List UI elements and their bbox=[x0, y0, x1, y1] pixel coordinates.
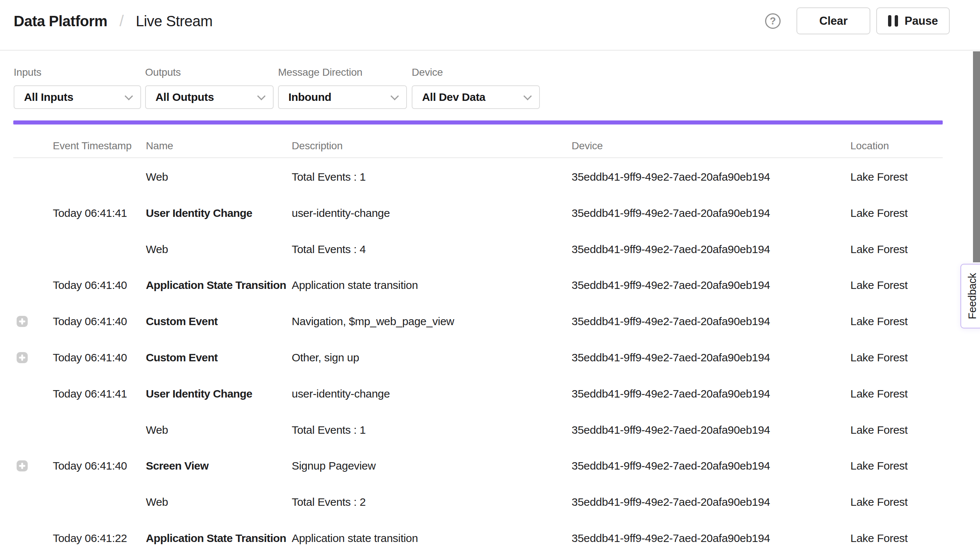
table-row[interactable]: Today 06:41:40 Application State Transit… bbox=[0, 267, 980, 303]
live-stream-page: Data Platform / Live Stream ? Clear Paus… bbox=[0, 0, 980, 549]
cell-description: Total Events : 4 bbox=[292, 243, 366, 256]
table-row[interactable]: Today 06:41:41 User Identity Change user… bbox=[0, 376, 980, 412]
cell-event-timestamp: Today 06:41:22 bbox=[53, 532, 127, 544]
cell-device: 35eddb41-9ff9-49e2-7aed-20afa90eb194 bbox=[572, 171, 770, 183]
cell-name: Screen View bbox=[146, 460, 208, 472]
cell-name: Application State Transition bbox=[146, 532, 286, 544]
cell-description: Total Events : 1 bbox=[292, 171, 366, 183]
cell-description: user-identity-change bbox=[292, 207, 390, 219]
cell-location: Lake Forest bbox=[850, 532, 908, 544]
cell-name: User Identity Change bbox=[146, 207, 252, 219]
table-row[interactable]: Web Total Events : 4 35eddb41-9ff9-49e2-… bbox=[0, 231, 980, 268]
cell-description: Total Events : 1 bbox=[292, 424, 366, 436]
cell-description: Application state transition bbox=[292, 532, 418, 544]
cell-event-timestamp: Today 06:41:40 bbox=[53, 279, 127, 292]
expand-plus-icon[interactable] bbox=[17, 316, 28, 327]
cell-description: Navigation, $mp_web_page_view bbox=[292, 315, 454, 328]
cell-location: Lake Forest bbox=[850, 496, 908, 508]
cell-name: Application State Transition bbox=[146, 279, 286, 292]
cell-name: Web bbox=[146, 171, 168, 183]
cell-location: Lake Forest bbox=[850, 243, 908, 256]
cell-device: 35eddb41-9ff9-49e2-7aed-20afa90eb194 bbox=[572, 207, 770, 219]
cell-description: user-identity-change bbox=[292, 388, 390, 400]
cell-device: 35eddb41-9ff9-49e2-7aed-20afa90eb194 bbox=[572, 279, 770, 292]
cell-location: Lake Forest bbox=[850, 388, 908, 400]
cell-description: Other, sign up bbox=[292, 351, 359, 364]
cell-device: 35eddb41-9ff9-49e2-7aed-20afa90eb194 bbox=[572, 532, 770, 544]
cell-description: Application state transition bbox=[292, 279, 418, 292]
cell-location: Lake Forest bbox=[850, 351, 908, 364]
cell-device: 35eddb41-9ff9-49e2-7aed-20afa90eb194 bbox=[572, 315, 770, 328]
vertical-scrollbar[interactable] bbox=[973, 51, 980, 262]
cell-location: Lake Forest bbox=[850, 424, 908, 436]
cell-description: Signup Pageview bbox=[292, 460, 375, 472]
table-row[interactable]: Today 06:41:40 Screen View Signup Pagevi… bbox=[0, 448, 980, 484]
cell-device: 35eddb41-9ff9-49e2-7aed-20afa90eb194 bbox=[572, 388, 770, 400]
table-row[interactable]: Today 06:41:41 User Identity Change user… bbox=[0, 195, 980, 231]
cell-device: 35eddb41-9ff9-49e2-7aed-20afa90eb194 bbox=[572, 460, 770, 472]
cell-name: Web bbox=[146, 496, 168, 508]
cell-device: 35eddb41-9ff9-49e2-7aed-20afa90eb194 bbox=[572, 351, 770, 364]
cell-name: Custom Event bbox=[146, 315, 218, 328]
table-row[interactable]: Web Total Events : 2 35eddb41-9ff9-49e2-… bbox=[0, 484, 980, 520]
feedback-tab[interactable]: Feedback bbox=[961, 264, 980, 329]
expand-plus-icon[interactable] bbox=[17, 352, 28, 363]
cell-location: Lake Forest bbox=[850, 279, 908, 292]
cell-event-timestamp: Today 06:41:40 bbox=[53, 351, 127, 364]
table-row[interactable]: Web Total Events : 1 35eddb41-9ff9-49e2-… bbox=[0, 159, 980, 195]
cell-device: 35eddb41-9ff9-49e2-7aed-20afa90eb194 bbox=[572, 496, 770, 508]
cell-event-timestamp: Today 06:41:41 bbox=[53, 207, 127, 219]
table-row[interactable]: Today 06:41:40 Custom Event Other, sign … bbox=[0, 340, 980, 376]
table-row[interactable]: Today 06:41:22 Application State Transit… bbox=[0, 520, 980, 549]
event-table-body: Web Total Events : 1 35eddb41-9ff9-49e2-… bbox=[0, 0, 980, 549]
cell-location: Lake Forest bbox=[850, 315, 908, 328]
table-row[interactable]: Today 06:41:40 Custom Event Navigation, … bbox=[0, 303, 980, 340]
table-row[interactable]: Web Total Events : 1 35eddb41-9ff9-49e2-… bbox=[0, 412, 980, 448]
cell-name: User Identity Change bbox=[146, 388, 252, 400]
cell-device: 35eddb41-9ff9-49e2-7aed-20afa90eb194 bbox=[572, 424, 770, 436]
cell-name: Web bbox=[146, 243, 168, 256]
cell-name: Web bbox=[146, 424, 168, 436]
cell-location: Lake Forest bbox=[850, 207, 908, 219]
cell-event-timestamp: Today 06:41:40 bbox=[53, 460, 127, 472]
cell-event-timestamp: Today 06:41:40 bbox=[53, 315, 127, 328]
cell-description: Total Events : 2 bbox=[292, 496, 366, 508]
cell-location: Lake Forest bbox=[850, 460, 908, 472]
feedback-tab-label: Feedback bbox=[966, 273, 978, 319]
cell-event-timestamp: Today 06:41:41 bbox=[53, 388, 127, 400]
cell-device: 35eddb41-9ff9-49e2-7aed-20afa90eb194 bbox=[572, 243, 770, 256]
cell-location: Lake Forest bbox=[850, 171, 908, 183]
expand-plus-icon[interactable] bbox=[17, 460, 28, 471]
cell-name: Custom Event bbox=[146, 351, 218, 364]
